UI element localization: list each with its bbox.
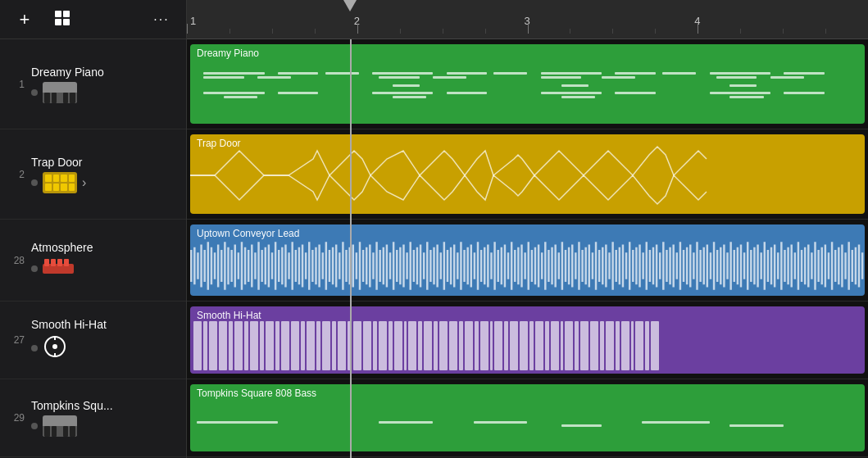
clip-resize-handle-5[interactable]: [858, 384, 865, 451]
track-number-29: 29: [7, 412, 25, 424]
svg-rect-52: [321, 252, 323, 279]
hihat-beat-blocks: [193, 321, 861, 370]
svg-rect-0: [55, 11, 61, 17]
svg-rect-127: [575, 252, 576, 279]
svg-rect-83: [426, 242, 428, 290]
track-icon-row-2: ›: [31, 172, 178, 193]
track-dot-5: [31, 423, 38, 429]
svg-rect-18: [207, 242, 209, 290]
more-options-button[interactable]: ···: [148, 7, 175, 33]
clip-resize-handle-2[interactable]: [858, 134, 865, 214]
svg-rect-200: [821, 247, 823, 285]
svg-rect-196: [807, 245, 809, 288]
waveform-trap-door: [190, 134, 865, 214]
svg-rect-184: [767, 250, 769, 282]
svg-rect-113: [528, 242, 529, 290]
svg-rect-40: [281, 247, 283, 285]
svg-rect-112: [524, 252, 525, 279]
midi-notes-tompkins: [190, 384, 865, 451]
svg-rect-48: [308, 242, 310, 290]
clip-tompkins[interactable]: Tompkins Square 808 Bass: [190, 384, 865, 451]
hihat-instrument-icon: [43, 334, 67, 362]
svg-rect-64: [362, 250, 364, 282]
svg-rect-13: [190, 250, 192, 282]
clip-atmosphere[interactable]: Uptown Conveyor Lead: [190, 224, 865, 296]
svg-rect-89: [447, 250, 448, 282]
svg-rect-20: [214, 252, 216, 279]
clip-label-atmosphere: Uptown Conveyor Lead: [197, 228, 299, 239]
svg-rect-166: [707, 245, 708, 288]
timeline: 1 2 3 4: [187, 0, 868, 458]
piano-instrument-icon: [43, 82, 77, 103]
clip-resize-handle-3[interactable]: [858, 224, 865, 296]
svg-rect-190: [787, 247, 788, 285]
track-name-tompkins: Tompkins Squ...: [31, 399, 178, 412]
svg-rect-157: [676, 252, 678, 279]
svg-rect-192: [794, 252, 796, 279]
svg-rect-207: [844, 252, 846, 279]
svg-rect-66: [369, 245, 370, 288]
svg-rect-155: [669, 247, 670, 285]
svg-rect-197: [811, 252, 812, 279]
clip-row-trap-door: Trap Door: [187, 129, 868, 220]
svg-rect-26: [234, 245, 235, 288]
svg-rect-122: [558, 252, 560, 279]
ruler-marker-1: 1: [190, 15, 196, 27]
svg-rect-119: [548, 250, 549, 282]
clip-smooth-hihat[interactable]: Smooth Hi-Hat: [190, 306, 865, 374]
svg-rect-141: [622, 245, 624, 288]
svg-rect-109: [514, 250, 516, 282]
svg-rect-154: [666, 250, 667, 282]
track-expand-arrow[interactable]: ›: [82, 175, 86, 190]
track-row-dreamy-piano[interactable]: 1 Dreamy Piano: [0, 39, 186, 129]
track-row-trap-door[interactable]: 2 Trap Door ›: [0, 129, 186, 220]
bass-instrument-icon: [43, 415, 77, 437]
svg-rect-53: [325, 242, 327, 290]
svg-rect-59: [345, 250, 347, 282]
track-icon-row-5: [31, 415, 178, 437]
svg-rect-138: [611, 242, 613, 290]
svg-rect-191: [790, 245, 792, 288]
svg-rect-101: [487, 245, 489, 288]
svg-rect-63: [359, 242, 361, 290]
svg-rect-208: [848, 242, 849, 290]
add-icon: +: [20, 9, 30, 30]
svg-rect-58: [342, 242, 343, 290]
svg-rect-111: [520, 245, 522, 288]
layers-button[interactable]: [49, 7, 75, 33]
svg-rect-96: [470, 245, 472, 288]
svg-rect-168: [713, 242, 715, 290]
svg-rect-47: [305, 252, 307, 279]
svg-rect-165: [702, 247, 704, 285]
svg-rect-44: [295, 250, 297, 282]
track-row-tompkins[interactable]: 29 Tompkins Squ...: [0, 379, 186, 457]
add-track-button[interactable]: +: [11, 7, 38, 33]
track-row-atmosphere[interactable]: 28 Atmosphere: [0, 220, 186, 302]
svg-point-10: [52, 344, 57, 349]
track-number-1: 1: [7, 79, 25, 90]
ruler-marker-2: 2: [354, 15, 360, 27]
svg-rect-76: [402, 245, 404, 288]
svg-rect-46: [302, 245, 303, 288]
svg-rect-67: [372, 252, 374, 279]
clip-dreamy-piano[interactable]: Dreamy Piano: [190, 44, 865, 124]
clip-resize-handle[interactable]: [858, 44, 865, 124]
svg-rect-94: [463, 250, 465, 282]
svg-rect-180: [753, 247, 755, 285]
svg-rect-177: [743, 252, 745, 279]
svg-rect-186: [774, 245, 775, 288]
track-info-2: Trap Door ›: [31, 151, 178, 198]
svg-rect-106: [504, 245, 506, 288]
ruler-marker-3: 3: [525, 15, 530, 27]
svg-rect-120: [551, 247, 552, 285]
svg-rect-87: [440, 252, 442, 279]
svg-rect-35: [265, 247, 266, 285]
svg-rect-147: [642, 252, 643, 279]
clip-trap-door[interactable]: Trap Door: [190, 134, 865, 214]
svg-rect-21: [217, 245, 219, 288]
clip-resize-handle-4[interactable]: [858, 306, 865, 374]
svg-rect-62: [356, 252, 357, 279]
svg-rect-71: [386, 245, 388, 288]
track-row-smooth-hihat[interactable]: 27 Smooth Hi-Hat: [0, 302, 186, 379]
track-dot-3: [31, 265, 38, 272]
